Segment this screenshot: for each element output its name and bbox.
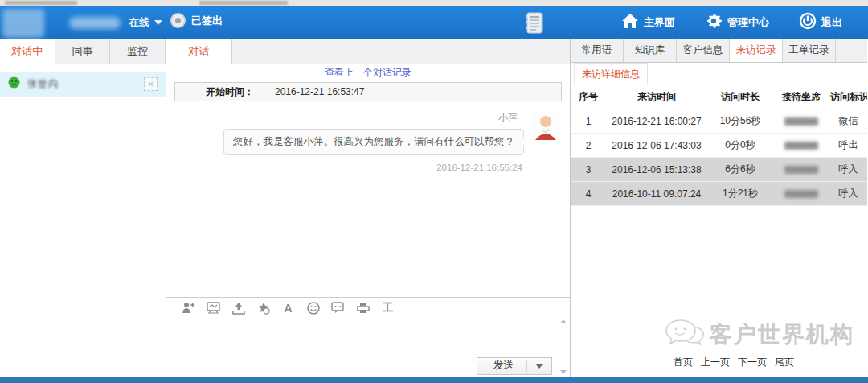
app-header: 在线 已签出 主界面: [0, 6, 868, 39]
phone-book-icon[interactable]: [524, 12, 545, 37]
header-nav: 主界面 管理中心 退出: [607, 6, 857, 39]
col-header-duration: 访问时长: [707, 84, 773, 109]
nav-admin-center[interactable]: 管理中心: [690, 6, 784, 39]
table-row[interactable]: 32016-12-06 15:13:386分6秒呼入: [571, 158, 867, 182]
cell-time: 2016-12-06 15:13:38: [606, 158, 707, 182]
col-header-visit-time: 来访时间: [606, 84, 707, 109]
cell-flag: 呼入: [829, 158, 867, 182]
tab-knowledge-base[interactable]: 知识库: [624, 39, 677, 62]
chat-tabbar: 对话: [166, 39, 570, 64]
browser-strip: [0, 0, 868, 6]
cell-duration: 6分6秒: [707, 158, 773, 182]
online-smiley-icon: [8, 76, 20, 92]
chat-tabbar-filler: [232, 39, 570, 64]
scroll-down-icon[interactable]: [560, 370, 567, 374]
subtab-visit-details[interactable]: 来访详细信息: [574, 63, 648, 84]
emoji-icon[interactable]: [306, 301, 320, 315]
message-timestamp: 2016-12-21 16:55:24: [223, 163, 524, 172]
pagination-prev[interactable]: 上一页: [701, 356, 730, 369]
col-header-flag: 访问标识: [829, 84, 867, 109]
input-scrollbar[interactable]: [558, 319, 568, 374]
visitor-list-item[interactable]: 张丗禸 ✕: [0, 72, 166, 97]
visitor-name-redacted: 张丗禸: [27, 77, 144, 91]
table-row[interactable]: 22016-12-06 17:43:030分0秒呼出: [571, 134, 867, 158]
agent-message: 小萍 您好，我是客服小萍。很高兴为您服务，请问有什么可以帮您？ 2016-12-…: [166, 105, 570, 172]
cell-duration: 0分0秒: [707, 134, 773, 158]
power-icon: [799, 12, 817, 33]
chevron-down-icon: [535, 364, 543, 369]
tab-visit-records[interactable]: 来访记录: [730, 39, 783, 62]
start-time-value: 2016-12-21 16:53:47: [275, 86, 364, 97]
bottom-bar: [0, 377, 868, 383]
agent-workspace: 在线 已签出 主界面: [0, 0, 868, 383]
main-area: 对话中 同事 监控 张丗禸 ✕ 对话: [0, 39, 868, 377]
pagination-first[interactable]: 首页: [674, 356, 693, 369]
info-panel: 常用语 知识库 客户信息 来访记录 工单记录 来访详细信息 序号 来访时间: [571, 39, 867, 377]
subtab-row: 来访详细信息: [571, 63, 867, 84]
watermark-text: 客户世界机构: [710, 319, 854, 350]
right-tabbar-filler: [836, 39, 867, 62]
start-time-bar: 开始时间： 2016-12-21 16:53:47: [174, 82, 562, 101]
tab-common-phrases[interactable]: 常用语: [571, 39, 624, 62]
status-label: 在线: [129, 15, 149, 30]
font-icon[interactable]: A: [281, 301, 295, 315]
start-time-bar-wrap: 开始时间： 2016-12-21 16:53:47: [166, 81, 570, 105]
send-row: 发送: [166, 355, 570, 377]
broken-image-icon: ✕: [144, 77, 158, 91]
quick-reply-icon[interactable]: [331, 301, 345, 315]
chat-toolbar: A 工: [166, 297, 570, 318]
tab-customer-info[interactable]: 客户信息: [677, 39, 730, 62]
table-row[interactable]: 12016-12-21 16:00:2710分56秒微信: [571, 109, 867, 134]
table-row[interactable]: 42016-10-11 09:07:241分21秒呼入: [571, 182, 867, 206]
chat-panel: 对话 查看上一个对话记录 开始时间： 2016-12-21 16:53:47 小…: [166, 39, 571, 377]
view-previous-conversation-link[interactable]: 查看上一个对话记录: [325, 66, 411, 80]
watermark: 客户世界机构: [665, 317, 854, 352]
pagination-next[interactable]: 下一页: [738, 356, 767, 369]
redacted-agent-name: [784, 190, 818, 198]
tab-in-conversation[interactable]: 对话中: [0, 39, 55, 64]
browser-tab-fragment: [5, 1, 77, 5]
table-header: 序号 来访时间 访问时长 接待坐席 访问标识: [571, 84, 867, 109]
tab-monitoring[interactable]: 监控: [110, 39, 166, 64]
cell-flag: 呼入: [829, 182, 867, 206]
visit-records-table: 序号 来访时间 访问时长 接待坐席 访问标识 12016-12-21 16:00…: [571, 84, 867, 206]
cell-agent: [773, 182, 829, 206]
tab-colleagues[interactable]: 同事: [55, 39, 111, 64]
conversation-sidebar: 对话中 同事 监控 张丗禸 ✕: [0, 39, 166, 377]
start-time-label: 开始时间：: [206, 85, 254, 99]
send-options-dropdown[interactable]: [527, 364, 551, 369]
cell-flag: 微信: [829, 109, 867, 134]
gear-icon: [705, 12, 723, 33]
nav-admin-center-label: 管理中心: [727, 15, 769, 30]
cell-agent: [773, 109, 829, 134]
home-icon: [621, 13, 639, 32]
status-dropdown[interactable]: 在线: [129, 15, 162, 30]
cell-agent: [773, 158, 829, 182]
signout-status-icon: [170, 13, 186, 28]
cell-duration: 1分21秒: [707, 182, 773, 206]
nav-main-screen[interactable]: 主界面: [607, 6, 690, 39]
signout-status[interactable]: 已签出: [170, 13, 223, 28]
browser-toolbar-fragment: [199, 1, 288, 5]
col-header-agent: 接待坐席: [773, 84, 829, 109]
tab-conversation[interactable]: 对话: [166, 39, 232, 64]
signout-label: 已签出: [191, 14, 223, 28]
chat-input[interactable]: [166, 318, 570, 355]
cell-time: 2016-12-06 17:43:03: [606, 134, 707, 158]
message-history[interactable]: 小萍 您好，我是客服小萍。很高兴为您服务，请问有什么可以帮您？ 2016-12-…: [166, 105, 570, 297]
chevron-down-icon: [154, 20, 162, 25]
transfer-user-icon[interactable]: [182, 301, 195, 315]
pagination: 首页 上一页 下一页 尾页: [674, 356, 794, 369]
redacted-agent-name: [784, 166, 818, 174]
tab-ticket-records[interactable]: 工单记录: [783, 39, 836, 62]
pagination-last[interactable]: 尾页: [775, 356, 794, 369]
nav-logout[interactable]: 退出: [784, 6, 857, 39]
agent-name-redacted: [69, 17, 121, 29]
send-button[interactable]: 发送: [477, 357, 552, 375]
scroll-up-icon[interactable]: [560, 319, 567, 323]
screen-share-icon[interactable]: [207, 301, 220, 315]
print-icon[interactable]: [356, 301, 370, 315]
upload-icon[interactable]: [231, 301, 245, 315]
favorite-icon[interactable]: [256, 301, 270, 315]
text-cursor-icon[interactable]: 工: [381, 301, 395, 315]
